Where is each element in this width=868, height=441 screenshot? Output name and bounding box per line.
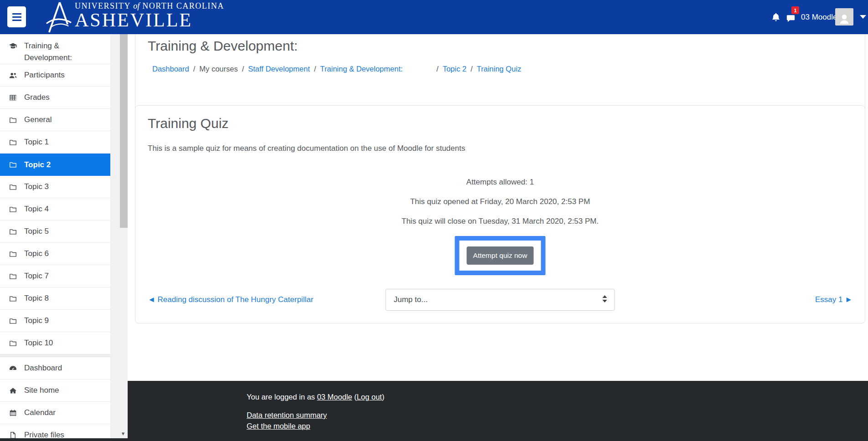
quiz-card: Training Quiz This is a sample quiz for … [135,105,865,323]
attempt-button-highlight-ring: Attempt quiz now [455,236,546,275]
top-navbar: UNIVERSITY of NORTH CAROLINA ASHEVILLE 1… [0,0,868,34]
quiz-closes-text: This quiz will close on Tuesday, 31 Marc… [135,217,865,226]
folder-icon [9,294,17,303]
avatar[interactable] [835,8,853,26]
quiz-description: This is a sample quiz for means of creat… [148,144,465,153]
breadcrumb-dashboard[interactable]: Dashboard [152,65,189,73]
sidebar-item-topic-9[interactable]: Topic 9 [0,310,110,332]
user-menu-caret-icon[interactable] [860,15,866,19]
folder-icon [9,227,17,236]
logo-asheville-line: ASHEVILLE [75,12,224,29]
sidebar-item-topic-4[interactable]: Topic 4 [0,198,110,220]
breadcrumb: Dashboard/My courses/Staff Development/T… [152,65,521,73]
footer-user-link[interactable]: 03 Moodle [317,393,352,401]
sidebar-item-private-files[interactable]: Private files [0,424,110,438]
page-title: Training & Development: [148,38,298,54]
users-icon [9,71,17,80]
sidebar-item-topic-3[interactable]: Topic 3 [0,176,110,198]
jump-to-selected-value: Jump to... [394,295,428,304]
breadcrumb-training-development[interactable]: Training & Development: [320,65,403,73]
scrollbar-down-arrow-icon[interactable]: ▾ [119,430,128,437]
sidebar-item-general[interactable]: General [0,109,110,131]
folder-icon [9,138,17,147]
table-icon [9,93,17,102]
file-icon [9,431,17,439]
main-content: Training & Development: Dashboard/My cou… [128,34,868,441]
hamburger-menu-button[interactable] [7,6,26,27]
graduation-cap-icon [9,41,17,50]
folder-icon [9,160,17,169]
person-icon [837,12,851,26]
quiz-info-block: Attempts allowed: 1 This quiz opened at … [135,178,865,236]
page-footer: You are logged in as 03 Moodle (Log out)… [128,381,868,441]
nav-drawer: Training & Development: Participants Gra… [0,34,110,438]
mobile-app-link[interactable]: Get the mobile app [247,422,310,431]
breadcrumb-training-quiz[interactable]: Training Quiz [477,65,522,73]
breadcrumb-staff-development[interactable]: Staff Development [248,65,310,73]
logged-in-status: You are logged in as 03 Moodle (Log out) [247,393,384,401]
sidebar-item-topic-7[interactable]: Topic 7 [0,265,110,287]
folder-icon [9,317,17,325]
attempts-allowed-text: Attempts allowed: 1 [135,178,865,187]
footer-bottom-strip [0,438,868,441]
previous-activity-link[interactable]: ◄ Reading discussion of The Hungry Cater… [148,295,313,304]
right-arrow-icon: ► [845,295,852,304]
next-activity-link[interactable]: Essay 1 ► [815,295,852,304]
data-retention-link[interactable]: Data retention summary [247,411,327,420]
drawer-scrollbar-thumb[interactable] [120,34,128,228]
sidebar-item-dashboard[interactable]: Dashboard [0,357,110,379]
sidebar-item-topic-5[interactable]: Topic 5 [0,220,110,243]
sidebar-item-calendar[interactable]: Calendar [0,402,110,424]
sidebar-item-grades[interactable]: Grades [0,87,110,109]
folder-icon [9,339,17,348]
sidebar-item-training-development[interactable]: Training & Development: [0,34,110,64]
sidebar-item-topic-1[interactable]: Topic 1 [0,131,110,154]
unca-logo[interactable]: UNIVERSITY of NORTH CAROLINA ASHEVILLE [46,1,224,33]
folder-icon [9,205,17,214]
notifications-bell-icon[interactable] [770,11,781,23]
folder-icon [9,183,17,191]
activity-navigation: ◄ Reading discussion of The Hungry Cater… [148,289,852,311]
attempt-quiz-now-button[interactable]: Attempt quiz now [467,246,534,265]
quiz-opened-text: This quiz opened at Friday, 20 March 202… [135,197,865,206]
sidebar-item-topic-10[interactable]: Topic 10 [0,332,110,354]
sidebar-item-topic-8[interactable]: Topic 8 [0,287,110,310]
username-label[interactable]: 03 Moodle [801,0,837,34]
jump-to-select[interactable]: Jump to... [386,289,615,311]
sidebar-item-topic-6[interactable]: Topic 6 [0,243,110,265]
select-arrows-icon [603,295,607,303]
dashboard-gauge-icon [9,364,17,373]
home-icon [9,386,17,395]
sidebar-item-site-home[interactable]: Site home [0,379,110,402]
sidebar-item-participants[interactable]: Participants [0,64,110,87]
logo-university-line: UNIVERSITY of NORTH CAROLINA [75,1,224,10]
drawer-scrollbar-track[interactable]: ▾ [110,34,128,441]
left-arrow-icon: ◄ [148,295,155,304]
sidebar-item-topic-2[interactable]: Topic 2 [0,154,110,176]
unca-a-mark-icon [46,1,72,33]
breadcrumb-my-courses: My courses [199,65,238,73]
quiz-title: Training Quiz [148,116,228,131]
folder-icon [9,116,17,124]
messages-chat-icon[interactable] [785,13,796,24]
folder-icon [9,272,17,281]
breadcrumb-topic-2[interactable]: Topic 2 [443,65,466,73]
message-count-badge: 1 [791,6,799,14]
calendar-icon [9,409,17,417]
folder-icon [9,250,17,258]
hamburger-icon [12,13,21,15]
logout-link[interactable]: Log out [357,393,382,401]
